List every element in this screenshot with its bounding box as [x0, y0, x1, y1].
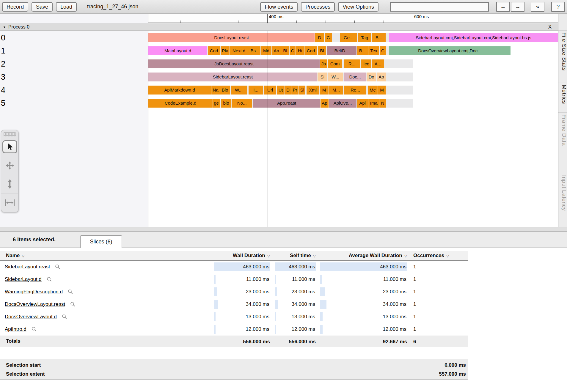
trace-slice[interactable]: JsDocsLayout.reast [148, 59, 320, 68]
trace-slice[interactable]: M [378, 86, 386, 95]
trace-slice[interactable]: B... [357, 46, 368, 55]
slice-name-link[interactable]: DocsOverviewLayout.d [5, 314, 57, 320]
trace-slice[interactable]: C [325, 33, 332, 42]
save-button[interactable]: Save [32, 2, 53, 12]
trace-slice[interactable]: BeltD... [327, 46, 356, 55]
trace-slice[interactable]: W... [231, 86, 247, 95]
trace-slice[interactable]: Me [368, 86, 378, 95]
trace-slice[interactable]: SidebarLayout.reast [148, 73, 317, 81]
trace-slice[interactable]: W... [328, 73, 343, 81]
magnifier-icon[interactable] [55, 264, 60, 270]
collapse-triangle-icon[interactable]: ▼ [3, 26, 6, 29]
trace-slice[interactable]: I... [249, 86, 263, 95]
find-input[interactable] [390, 2, 489, 12]
trace-slice[interactable]: C [290, 46, 296, 55]
slice-name-link[interactable]: ApiIntro.d [5, 326, 26, 332]
trace-slice[interactable]: Blo [220, 86, 230, 95]
slice-name-link[interactable]: DocsOverviewLayout.reast [5, 301, 65, 307]
trace-slice[interactable]: Tag [358, 33, 371, 42]
column-header-self-time[interactable]: Self time▽ [275, 251, 316, 261]
trace-slice[interactable]: CodeExample.d [148, 99, 213, 108]
trace-slice[interactable]: Ima [368, 99, 379, 108]
process-header[interactable]: ▼ Process 0 X [0, 23, 558, 31]
load-button[interactable]: Load [56, 2, 77, 12]
trace-slice[interactable]: ge [213, 99, 220, 108]
trace-slice[interactable]: Ge... [340, 33, 357, 42]
trace-slice[interactable]: Si [318, 73, 327, 81]
zoom-tool-button[interactable] [1, 175, 18, 193]
trace-slice[interactable]: R... [344, 59, 360, 68]
horizontal-splitter[interactable] [0, 227, 567, 232]
trace-slice[interactable]: Url [264, 86, 276, 95]
selection-tool-button[interactable] [1, 138, 18, 156]
trace-slice[interactable]: D [285, 86, 291, 95]
side-tab-metrics[interactable]: Metrics [558, 83, 567, 104]
slice-name-link[interactable]: SidebarLayout.d [5, 276, 42, 282]
column-header-name[interactable]: Name▽ [6, 251, 25, 261]
process-close-button[interactable]: X [548, 24, 552, 30]
trace-slice[interactable]: SidebarLayout.cmj,SidebarLayout.cmi,Side… [389, 33, 558, 42]
side-tab-frame-data[interactable]: Frame Data [558, 112, 567, 146]
trace-slice[interactable]: Doc... [344, 73, 366, 81]
trace-slice[interactable]: Bs_ [248, 46, 260, 55]
column-header-wall-duration[interactable]: Wall Duration▽ [214, 251, 270, 261]
trace-slice[interactable]: C [380, 46, 386, 55]
trace-slice[interactable]: An [272, 46, 281, 55]
trace-slice[interactable]: Api [357, 99, 368, 108]
trace-slice[interactable]: ApiMarkdown.d [148, 86, 211, 95]
magnifier-icon[interactable] [62, 314, 67, 319]
trace-slice[interactable]: DocsLayout.reast [148, 33, 315, 42]
magnifier-icon[interactable] [70, 302, 76, 307]
trace-slice[interactable]: Ico [361, 59, 371, 68]
flow-events-button[interactable]: Flow events [260, 2, 298, 12]
trace-slice[interactable]: Bl [281, 46, 289, 55]
trace-slice[interactable]: Pr [291, 86, 299, 95]
trace-slice[interactable]: Ap [321, 99, 329, 108]
flame-chart[interactable]: DocsLayout.reastDCGe...TagB...SidebarLay… [148, 14, 558, 227]
magnifier-icon[interactable] [47, 277, 52, 282]
side-tab-input-latency[interactable]: Input Latency [558, 173, 567, 211]
trace-slice[interactable]: blo [221, 99, 231, 108]
trace-slice[interactable]: Si [299, 86, 305, 95]
trace-slice[interactable]: Do [367, 73, 376, 81]
pan-tool-button[interactable] [1, 156, 18, 175]
trace-slice[interactable]: Cod [304, 46, 317, 55]
trace-slice[interactable]: Bl [318, 46, 326, 55]
trace-slice[interactable]: Ut [277, 86, 285, 95]
slice-name-link[interactable]: WarningFlagDescription.d [5, 289, 63, 295]
trace-slice[interactable]: Com [328, 59, 342, 68]
trace-slice[interactable]: No... [232, 99, 252, 108]
trace-slice[interactable]: Ap [377, 73, 386, 81]
trace-slice[interactable]: D [315, 33, 324, 42]
tab-slices[interactable]: Slices (6) [80, 235, 122, 248]
column-header-average-wall-duration[interactable]: Average Wall Duration▽ [320, 251, 407, 261]
trace-slice[interactable]: Hi [296, 46, 304, 55]
find-next-button[interactable]: → [511, 2, 524, 12]
processes-button[interactable]: Processes [301, 2, 335, 12]
magnifier-icon[interactable] [68, 289, 73, 295]
more-options-button[interactable]: » [531, 2, 544, 12]
trace-slice[interactable]: Tex [368, 46, 379, 55]
trace-slice[interactable]: Js [320, 59, 327, 68]
help-button[interactable]: ? [551, 2, 565, 12]
trace-slice[interactable]: Next.d [230, 46, 248, 55]
timing-tool-button[interactable] [1, 193, 18, 212]
palette-drag-handle[interactable] [4, 132, 16, 136]
trace-slice[interactable]: ApiOve... [329, 99, 356, 108]
trace-slice[interactable]: B... [372, 33, 386, 42]
trace-slice[interactable]: M... [329, 86, 343, 95]
trace-slice[interactable]: App.reast [253, 99, 320, 108]
trace-slice[interactable]: DocsOverviewLayout.cmj,Doc... [389, 46, 511, 55]
view-options-button[interactable]: View Options [338, 2, 378, 12]
trace-slice[interactable]: Re... [344, 86, 366, 95]
find-previous-button[interactable]: ← [496, 2, 510, 12]
trace-slice[interactable]: Na [211, 86, 220, 95]
trace-slice[interactable]: Md [261, 46, 271, 55]
trace-slice[interactable]: A... [372, 59, 384, 68]
column-header-occurrences[interactable]: Occurrences▽ [413, 251, 449, 261]
trace-slice[interactable]: MainLayout.d [148, 46, 207, 55]
magnifier-icon[interactable] [32, 327, 37, 332]
trace-slice[interactable]: Cod [208, 46, 220, 55]
trace-slice[interactable]: Xml [307, 86, 319, 95]
trace-slice[interactable]: M [320, 86, 329, 95]
